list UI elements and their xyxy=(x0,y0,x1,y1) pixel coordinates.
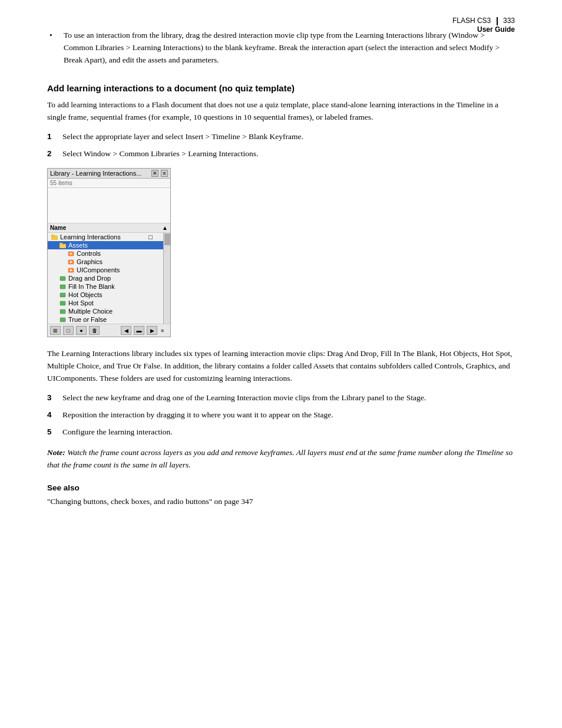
nav-fwd-btn[interactable]: ▶ xyxy=(147,326,157,335)
symbol-icon-controls xyxy=(67,250,75,257)
properties-btn[interactable]: ● xyxy=(76,326,87,335)
list-item-graphics[interactable]: Graphics xyxy=(48,258,163,266)
see-also-link[interactable]: "Changing buttons, check boxes, and radi… xyxy=(47,496,515,508)
step-4-text: Reposition the interaction by dragging i… xyxy=(62,409,515,421)
svg-rect-15 xyxy=(60,318,65,322)
nav-progress-btn[interactable]: ▬ xyxy=(134,326,144,335)
list-item-controls[interactable]: Controls xyxy=(48,249,163,258)
guide-title: User Guide xyxy=(477,25,515,34)
item-label: Controls xyxy=(77,250,101,257)
delete-btn[interactable]: 🗑 xyxy=(89,326,100,335)
menu-btn[interactable]: ≡ xyxy=(161,328,168,334)
panel-close-btn[interactable]: ✕ xyxy=(151,170,158,177)
step-2-text: Select Window > Common Libraries > Learn… xyxy=(62,148,515,160)
steps-3-5: 3 Select the new keyframe and drag one o… xyxy=(47,392,515,439)
step-5-number: 5 xyxy=(47,426,62,439)
item-label: Hot Objects xyxy=(68,291,102,298)
item-label: Learning Interactions xyxy=(60,233,121,241)
step-5-text: Configure the learning interaction. xyxy=(62,426,515,439)
list-item-hot-spot[interactable]: Hot Spot xyxy=(48,299,163,307)
panel-title: Library - Learning Interactions... xyxy=(50,170,141,177)
symbol-icon-graphics xyxy=(67,258,75,265)
scrollbar-indicator: □ xyxy=(148,233,153,241)
movieclip-icon-drag xyxy=(58,275,67,282)
item-label: True or False xyxy=(68,316,107,323)
page-header: FLASH CS3 333 User Guide xyxy=(452,17,515,34)
svg-rect-13 xyxy=(60,301,65,305)
new-symbol-btn[interactable]: ⊞ xyxy=(50,326,61,335)
panel-preview xyxy=(48,188,170,223)
step-1: 1 Select the appropriate layer and selec… xyxy=(47,131,515,143)
panel-search: 55 items xyxy=(48,179,170,188)
item-label: Drag and Drop xyxy=(68,275,111,282)
step-4: 4 Reposition the interaction by dragging… xyxy=(47,409,515,421)
movieclip-icon-fill xyxy=(58,283,67,290)
folder-icon-assets xyxy=(58,242,67,249)
list-item-fill-blank[interactable]: Fill In The Blank xyxy=(48,282,163,291)
list-item-multiple-choice[interactable]: Multiple Choice xyxy=(48,307,163,315)
svg-rect-11 xyxy=(60,285,65,289)
panel-controls: ✕ ≡ xyxy=(151,170,168,177)
step-2: 2 Select Window > Common Libraries > Lea… xyxy=(47,148,515,160)
bullet-dot: • xyxy=(47,29,64,67)
library-panel[interactable]: Library - Learning Interactions... ✕ ≡ 5… xyxy=(47,168,171,337)
panel-scrollbar[interactable] xyxy=(163,233,170,324)
list-item-true-false[interactable]: True or False xyxy=(48,315,163,324)
step-2-number: 2 xyxy=(47,148,62,160)
step-1-number: 1 xyxy=(47,131,62,143)
header-divider xyxy=(497,17,498,25)
movieclip-icon-tf xyxy=(58,316,67,323)
symbol-icon-ui xyxy=(67,266,75,274)
folder-icon xyxy=(50,233,58,241)
list-item-uicomponents[interactable]: UIComponents xyxy=(48,266,163,274)
step-3: 3 Select the new keyframe and drag one o… xyxy=(47,392,515,404)
svg-rect-3 xyxy=(59,243,62,245)
page: FLASH CS3 333 User Guide • To use an int… xyxy=(0,0,562,728)
nav-back-btn[interactable]: ◀ xyxy=(121,326,131,335)
steps-1-2: 1 Select the appropriate layer and selec… xyxy=(47,131,515,160)
bullet-section: • To use an interaction from the library… xyxy=(47,29,515,67)
movieclip-icon-hotobj xyxy=(58,291,67,298)
movieclip-icon-hotspot xyxy=(58,299,67,307)
column-name-label: Name xyxy=(50,225,66,231)
new-folder-btn[interactable]: □ xyxy=(63,326,74,335)
bullet-text-1: To use an interaction from the library, … xyxy=(64,29,515,67)
item-label: Graphics xyxy=(77,258,103,265)
step-3-number: 3 xyxy=(47,392,62,404)
panel-column-header: Name ▲ xyxy=(48,223,170,233)
see-also-heading: See also xyxy=(47,483,515,492)
sort-icon: ▲ xyxy=(162,225,168,231)
movieclip-icon-mc xyxy=(58,308,67,315)
svg-rect-10 xyxy=(60,276,65,281)
page-number: 333 xyxy=(503,17,515,25)
product-name: FLASH CS3 xyxy=(452,17,491,25)
item-label: Multiple Choice xyxy=(68,308,113,315)
step-4-number: 4 xyxy=(47,409,62,421)
description-text: The Learning Interactions library includ… xyxy=(47,348,515,385)
panel-item-count: 55 items xyxy=(50,180,72,186)
svg-rect-12 xyxy=(60,293,65,297)
section-intro: To add learning interactions to a Flash … xyxy=(47,99,515,124)
list-item-learning-interactions[interactable]: Learning Interactions □ xyxy=(48,233,163,241)
step-5: 5 Configure the learning interaction. xyxy=(47,426,515,439)
list-item-drag-drop[interactable]: Drag and Drop xyxy=(48,274,163,282)
panel-titlebar: Library - Learning Interactions... ✕ ≡ xyxy=(48,169,170,179)
note-body: Watch the frame count across layers as y… xyxy=(47,448,513,469)
list-item-hot-objects[interactable]: Hot Objects xyxy=(48,291,163,299)
scrollbar-thumb[interactable] xyxy=(164,233,170,245)
bullet-item-1: • To use an interaction from the library… xyxy=(47,29,515,67)
item-label: Hot Spot xyxy=(68,299,94,307)
panel-menu-btn[interactable]: ≡ xyxy=(161,170,168,177)
list-item-assets[interactable]: Assets xyxy=(48,241,163,249)
step-1-text: Select the appropriate layer and select … xyxy=(62,131,515,143)
panel-list-wrapper: Learning Interactions □ Assets Controls xyxy=(48,233,170,324)
note-label: Note: xyxy=(47,448,65,457)
svg-rect-14 xyxy=(60,309,65,314)
note: Note: Watch the frame count across layer… xyxy=(47,447,515,472)
item-label: Fill In The Blank xyxy=(68,283,115,290)
svg-rect-1 xyxy=(51,235,54,236)
step-3-text: Select the new keyframe and drag one of … xyxy=(62,392,515,404)
panel-list: Learning Interactions □ Assets Controls xyxy=(48,233,163,324)
item-label: Assets xyxy=(68,242,88,249)
panel-footer: ⊞ □ ● 🗑 ◀ ▬ ▶ ≡ xyxy=(48,324,170,337)
